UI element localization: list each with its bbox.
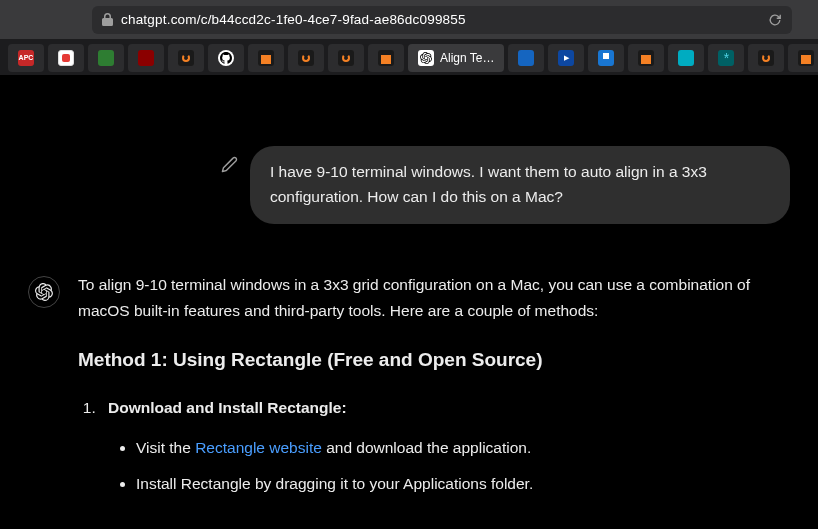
user-message-row: I have 9-10 terminal windows. I want the…: [28, 146, 790, 224]
tab-so-2[interactable]: [368, 44, 404, 72]
assistant-intro-text: To align 9-10 terminal windows in a 3x3 …: [78, 272, 790, 325]
tab-title: Align Te…: [440, 51, 494, 65]
tab-orange-3[interactable]: [328, 44, 364, 72]
lock-icon: [102, 13, 113, 26]
chatgpt-icon: [418, 50, 434, 66]
tab-redwhite[interactable]: [48, 44, 84, 72]
favicon-icon: [558, 50, 574, 66]
tab-apc[interactable]: APC: [8, 44, 44, 72]
tab-teal[interactable]: [708, 44, 744, 72]
stackoverflow-icon: [258, 50, 274, 66]
favicon-icon: [758, 50, 774, 66]
user-message-bubble: I have 9-10 terminal windows. I want the…: [250, 146, 790, 224]
tab-orange-2[interactable]: [288, 44, 324, 72]
stackoverflow-icon: [798, 50, 814, 66]
bullet-item: Install Rectangle by dragging it to your…: [136, 471, 790, 497]
assistant-avatar: [28, 276, 60, 308]
tab-so-3[interactable]: [628, 44, 664, 72]
url-field[interactable]: chatgpt.com/c/b44ccd2c-1fe0-4ce7-9fad-ae…: [92, 6, 792, 34]
tab-so-1[interactable]: [248, 44, 284, 72]
tab-strip: APC Align Te…: [0, 40, 818, 76]
rectangle-website-link[interactable]: Rectangle website: [195, 439, 322, 456]
favicon-icon: [138, 50, 154, 66]
tab-so-4[interactable]: [788, 44, 818, 72]
bullet-item: Visit the Rectangle website and download…: [136, 435, 790, 461]
favicon-icon: APC: [18, 50, 34, 66]
step-item: Download and Install Rectangle: Visit th…: [100, 395, 790, 498]
edit-icon[interactable]: [221, 156, 238, 173]
favicon-icon: [518, 50, 534, 66]
favicon-icon: [178, 50, 194, 66]
github-icon: [218, 50, 234, 66]
bullet-text-post: and download the application.: [322, 439, 531, 456]
page-content: I have 9-10 terminal windows. I want the…: [0, 76, 818, 529]
tab-orange-1[interactable]: [168, 44, 204, 72]
tab-blue-play[interactable]: [548, 44, 584, 72]
bullet-text-pre: Visit the: [136, 439, 195, 456]
user-message-text: I have 9-10 terminal windows. I want the…: [270, 163, 707, 205]
stackoverflow-icon: [638, 50, 654, 66]
tab-github[interactable]: [208, 44, 244, 72]
tab-darkred[interactable]: [128, 44, 164, 72]
favicon-icon: [678, 50, 694, 66]
assistant-message-content: To align 9-10 terminal windows in a 3x3 …: [78, 272, 790, 512]
tab-blue-t[interactable]: [588, 44, 624, 72]
tab-active-chatgpt[interactable]: Align Te…: [408, 44, 504, 72]
browser-url-bar: chatgpt.com/c/b44ccd2c-1fe0-4ce7-9fad-ae…: [0, 0, 818, 40]
assistant-message-row: To align 9-10 terminal windows in a 3x3 …: [28, 272, 790, 512]
chat-area: I have 9-10 terminal windows. I want the…: [0, 76, 818, 512]
reload-icon[interactable]: [768, 13, 782, 27]
url-text: chatgpt.com/c/b44ccd2c-1fe0-4ce7-9fad-ae…: [121, 12, 466, 27]
favicon-icon: [718, 50, 734, 66]
sub-bullets: Visit the Rectangle website and download…: [108, 435, 790, 498]
tab-blue-1[interactable]: [508, 44, 544, 72]
steps-list: Download and Install Rectangle: Visit th…: [78, 395, 790, 498]
favicon-icon: [338, 50, 354, 66]
step-title: Download and Install Rectangle:: [108, 399, 347, 416]
tab-cyan[interactable]: [668, 44, 704, 72]
favicon-icon: [598, 50, 614, 66]
tab-green[interactable]: [88, 44, 124, 72]
tab-orange-4[interactable]: [748, 44, 784, 72]
favicon-icon: [98, 50, 114, 66]
method-heading: Method 1: Using Rectangle (Free and Open…: [78, 344, 790, 376]
stackoverflow-icon: [378, 50, 394, 66]
favicon-icon: [298, 50, 314, 66]
favicon-icon: [58, 50, 74, 66]
